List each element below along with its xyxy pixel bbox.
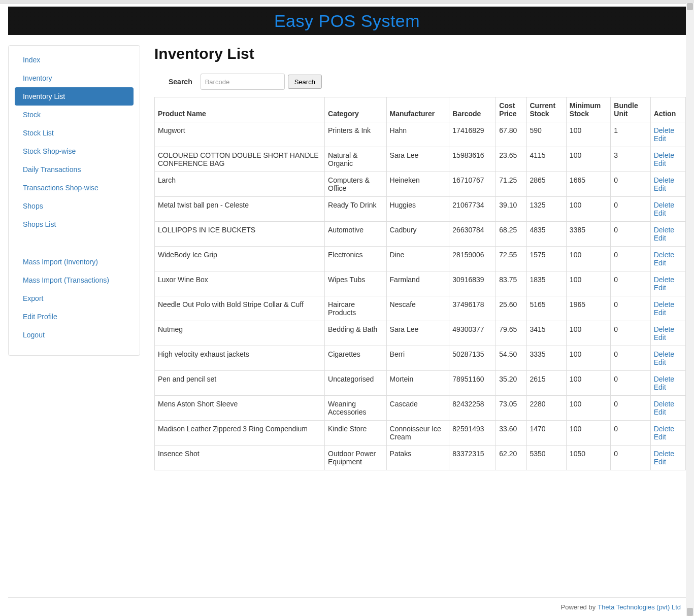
cell-barcode: 21067734 [449,197,496,222]
edit-link[interactable]: Edit [654,134,682,143]
cell-category: Natural & Organic [325,147,387,172]
th-manufacturer: Manufacturer [386,97,449,122]
cell-bundle-unit: 0 [611,197,650,222]
delete-link[interactable]: Delete [654,300,682,309]
edit-link[interactable]: Edit [654,383,682,391]
sidebar-item-stock-list[interactable]: Stock List [15,124,134,142]
edit-link[interactable]: Edit [654,284,682,292]
cell-cost-price: 73.05 [496,396,526,421]
delete-link[interactable]: Delete [654,375,682,383]
delete-link[interactable]: Delete [654,450,682,458]
cell-action: DeleteEdit [650,247,685,271]
cell-current-stock: 1835 [526,271,566,296]
table-row: Metal twist ball pen - CelesteReady To D… [155,197,686,222]
table-row: WideBody Ice GripElectronicsDine28159006… [155,247,686,271]
sidebar-item-inventory[interactable]: Inventory [15,69,134,87]
edit-link[interactable]: Edit [654,209,682,217]
th-current-stock: Current Stock [526,97,566,122]
sidebar-item-shops[interactable]: Shops [15,197,134,215]
cell-cost-price: 54.50 [496,346,526,371]
edit-link[interactable]: Edit [654,458,682,466]
delete-link[interactable]: Delete [654,176,682,184]
sidebar-item-stock-shop-wise[interactable]: Stock Shop-wise [15,142,134,160]
delete-link[interactable]: Delete [654,350,682,358]
sidebar-item-transactions-shop-wise[interactable]: Transactions Shop-wise [15,179,134,197]
edit-link[interactable]: Edit [654,184,682,192]
sidebar: IndexInventoryInventory ListStockStock L… [8,45,140,356]
scrollbar-thumb[interactable] [687,608,693,616]
cell-bundle-unit: 0 [611,172,650,197]
cell-manufacturer: Cadbury [386,222,449,247]
cell-action: DeleteEdit [650,197,685,222]
sidebar-item-shops-list[interactable]: Shops List [15,215,134,233]
sidebar-item-export[interactable]: Export [15,289,134,307]
vertical-scrollbar[interactable] [686,3,694,616]
cell-action: DeleteEdit [650,296,685,321]
sidebar-item-stock[interactable]: Stock [15,106,134,124]
sidebar-item-mass-import-inventory-[interactable]: Mass Import (Inventory) [15,253,134,271]
main-content: Inventory List Search Search Product Nam… [154,45,686,470]
cell-action: DeleteEdit [650,346,685,371]
delete-link[interactable]: Delete [654,126,682,134]
th-cost-price: Cost Price [496,97,526,122]
edit-link[interactable]: Edit [654,358,682,366]
cell-action: DeleteEdit [650,321,685,346]
edit-link[interactable]: Edit [654,259,682,267]
delete-link[interactable]: Delete [654,425,682,433]
cell-category: Haircare Products [325,296,387,321]
search-form: Search Search [169,74,686,90]
edit-link[interactable]: Edit [654,234,682,242]
footer-company-link[interactable]: Theta Technologies (pvt) Ltd [598,603,681,611]
delete-link[interactable]: Delete [654,226,682,234]
cell-barcode: 17416829 [449,122,496,147]
sidebar-item-mass-import-transactions-[interactable]: Mass Import (Transactions) [15,271,134,289]
cell-barcode: 30916839 [449,271,496,296]
cell-cost-price: 39.10 [496,197,526,222]
cell-cost-price: 72.55 [496,247,526,271]
delete-link[interactable]: Delete [654,251,682,259]
edit-link[interactable]: Edit [654,309,682,317]
sidebar-item-inventory-list[interactable]: Inventory List [15,87,134,106]
delete-link[interactable]: Delete [654,276,682,284]
cell-product-name: Mens Aston Short Sleeve [155,396,325,421]
delete-link[interactable]: Delete [654,400,682,408]
cell-cost-price: 71.25 [496,172,526,197]
sidebar-item-logout[interactable]: Logout [15,326,134,344]
cell-product-name: High velocity exhaust jackets [155,346,325,371]
cell-barcode: 50287135 [449,346,496,371]
cell-category: Outdoor Power Equipment [325,446,387,470]
search-input[interactable] [201,74,285,90]
cell-category: Kindle Store [325,421,387,446]
cell-current-stock: 5165 [526,296,566,321]
cell-current-stock: 5350 [526,446,566,470]
sidebar-item-daily-transactions[interactable]: Daily Transactions [15,160,134,179]
scrollbar-arrow-top[interactable] [687,3,693,10]
cell-product-name: Pen and pencil set [155,371,325,396]
edit-link[interactable]: Edit [654,159,682,167]
delete-link[interactable]: Delete [654,325,682,333]
cell-category: Printers & Ink [325,122,387,147]
cell-cost-price: 25.60 [496,296,526,321]
cell-minimum-stock: 100 [566,197,610,222]
cell-product-name: Insence Shot [155,446,325,470]
cell-minimum-stock: 1665 [566,172,610,197]
cell-current-stock: 2280 [526,396,566,421]
edit-link[interactable]: Edit [654,333,682,341]
cell-current-stock: 1575 [526,247,566,271]
edit-link[interactable]: Edit [654,433,682,441]
cell-cost-price: 83.75 [496,271,526,296]
edit-link[interactable]: Edit [654,408,682,416]
cell-current-stock: 1470 [526,421,566,446]
cell-barcode: 82432258 [449,396,496,421]
search-button[interactable]: Search [288,75,322,89]
app-header: Easy POS System [8,7,686,35]
sidebar-item-index[interactable]: Index [15,51,134,69]
delete-link[interactable]: Delete [654,151,682,159]
browser-chrome-top [0,0,694,4]
cell-cost-price: 35.20 [496,371,526,396]
sidebar-item-edit-profile[interactable]: Edit Profile [15,307,134,326]
cell-bundle-unit: 3 [611,147,650,172]
cell-current-stock: 2615 [526,371,566,396]
delete-link[interactable]: Delete [654,201,682,209]
cell-category: Computers & Office [325,172,387,197]
